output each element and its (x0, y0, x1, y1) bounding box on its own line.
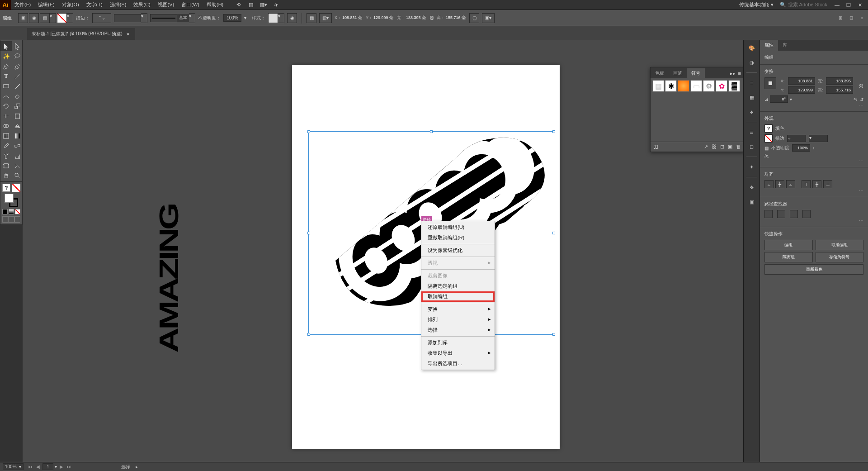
menu-type[interactable]: 文字(T) (83, 0, 106, 10)
reset-icon[interactable]: ⟲ (235, 2, 241, 8)
btn-ungroup[interactable]: 取消编组 (816, 240, 864, 250)
next-artboard-icon[interactable]: ▶ (58, 464, 65, 470)
document-tab[interactable]: 未标题-1 [已恢复]* @ 100% (RGB/GPU 预览) ✕ (27, 28, 135, 40)
stroke-swatch[interactable] (57, 13, 67, 23)
pf-exclude[interactable] (802, 210, 811, 218)
eraser-tool[interactable] (12, 91, 23, 101)
more-align[interactable]: ⋯ (859, 188, 863, 193)
curvature-tool[interactable] (12, 61, 23, 71)
scale-tool[interactable] (12, 101, 23, 111)
pf-minus[interactable] (777, 210, 785, 218)
swap-fs-icon[interactable] (12, 184, 20, 192)
stroke-panel-icon[interactable]: ≡ (747, 78, 756, 87)
arrange-icon[interactable]: ▦▾ (260, 2, 267, 8)
free-transform-tool[interactable] (12, 111, 23, 121)
stroke-profile-dropdown[interactable]: ▾ (141, 13, 147, 23)
fx-label[interactable]: fx. (764, 153, 769, 158)
gradient-panel-icon[interactable]: ▦ (747, 93, 756, 102)
zoom-tool[interactable] (12, 171, 23, 181)
draw-normal[interactable] (2, 216, 8, 223)
menu-object[interactable]: 对象(O) (58, 0, 83, 10)
graph-tool[interactable] (12, 151, 23, 161)
symbols-panel[interactable]: 色板 画笔 符号 ▸▸ ≡ ▦ ✱ ▭ ⚙ ✿ ▓ 🕮. ↗ (650, 67, 743, 152)
color-panel-icon[interactable]: 🎨 (747, 43, 756, 52)
magic-wand-tool[interactable]: ✨ (0, 51, 12, 61)
menu-file[interactable]: 文件(F) (11, 0, 34, 10)
prop-w[interactable]: 188.395 (826, 77, 853, 85)
stroke-profile[interactable] (114, 14, 141, 22)
asset-export-icon[interactable]: ✦ (747, 162, 756, 171)
edit-contents-icon[interactable]: ◉ (29, 13, 39, 23)
shape-icon[interactable]: ▢ (469, 13, 479, 23)
prop-angle[interactable]: 0° (770, 95, 788, 103)
h-value[interactable]: 155.716 毫 (446, 15, 467, 21)
ctx-arrange[interactable]: 排列▸ (421, 314, 495, 325)
ctx-isolate-group[interactable]: 隔离选定的组 (421, 281, 495, 291)
symbol-thumb[interactable]: ✿ (716, 80, 727, 92)
shape-builder-tool[interactable] (0, 121, 12, 131)
panel-menu-icon[interactable]: ≡ (738, 71, 741, 76)
link-wh-icon[interactable]: ⛓ (429, 15, 434, 20)
shaper-tool[interactable] (0, 91, 12, 101)
stroke-weight-dd[interactable]: ⌄ (787, 135, 806, 142)
menu-help[interactable]: 帮助(H) (203, 0, 227, 10)
x-value[interactable]: 108.831 毫 (342, 15, 363, 21)
align-vcenter[interactable]: ╋ (812, 180, 821, 188)
first-artboard-icon[interactable]: ⏮ (27, 464, 33, 470)
tab-libraries[interactable]: 库 (778, 40, 792, 51)
symbol-sprayer-tool[interactable] (0, 151, 12, 161)
recolor-icon[interactable]: ◉ (287, 13, 297, 23)
align-hcenter[interactable]: ╋ (775, 180, 784, 188)
zoom-field[interactable]: 100%▾ (3, 463, 24, 470)
gpu-icon[interactable]: ✈ (272, 1, 280, 9)
artboard-tool[interactable] (0, 161, 12, 171)
blend-tool[interactable] (12, 141, 23, 151)
ctx-ungroup[interactable]: 取消编组 (421, 291, 495, 302)
last-artboard-icon[interactable]: ⏭ (66, 464, 72, 470)
artboards-panel-icon[interactable]: ▣ (747, 197, 756, 206)
symbol-thumb[interactable]: ▓ (728, 80, 740, 92)
doc-icon[interactable]: ▤ (248, 2, 254, 8)
graphic-styles-icon[interactable]: ◻ (747, 142, 756, 151)
prop-x[interactable]: 108.831 (788, 77, 815, 85)
symbol-thumb[interactable]: ✱ (665, 80, 677, 92)
ctx-add-to-library[interactable]: 添加到库 (421, 338, 495, 348)
perspective-tool[interactable] (12, 121, 23, 131)
ctx-collect-export[interactable]: 收集以导出▸ (421, 348, 495, 358)
symbol-options-icon[interactable]: ⊡ (720, 144, 724, 150)
library-menu-icon[interactable]: 🕮. (653, 144, 660, 150)
reference-point[interactable] (764, 77, 776, 89)
draw-behind[interactable] (8, 216, 14, 223)
type-tool[interactable]: T (0, 71, 12, 81)
stroke-weight-spinner[interactable]: ⌃⌄ (92, 13, 111, 23)
paintbrush-tool[interactable] (12, 81, 23, 91)
brush-def[interactable] (150, 14, 177, 22)
layers-panel-icon[interactable]: ❖ (747, 183, 756, 192)
mesh-tool[interactable] (0, 131, 12, 141)
ctx-transform[interactable]: 变换▸ (421, 304, 495, 314)
flip-h-icon[interactable]: ⇋ (854, 97, 857, 102)
snap-icon[interactable]: ⊟ (848, 15, 854, 21)
collapse-icon[interactable]: ▸▸ (730, 71, 736, 76)
minimize-icon[interactable]: — (835, 2, 840, 8)
default-fs-icon[interactable]: ? (2, 184, 10, 192)
rectangle-tool[interactable] (0, 81, 12, 91)
status-menu-icon[interactable]: ▸ (136, 464, 138, 469)
color-mode-gradient[interactable] (9, 209, 14, 214)
menu-view[interactable]: 视图(V) (154, 0, 178, 10)
menu-edit[interactable]: 编辑(E) (34, 0, 58, 10)
ctx-select[interactable]: 选择▸ (421, 325, 495, 335)
symbol-thumb[interactable] (678, 80, 689, 92)
color-guide-icon[interactable]: ◑ (747, 58, 756, 67)
y-value[interactable]: 129.999 毫 (373, 15, 394, 21)
isolate-icon[interactable]: ▣▾ (482, 13, 495, 23)
selection-tool[interactable] (0, 41, 12, 51)
more-transform[interactable]: ⋯ (859, 103, 863, 108)
align-bottom[interactable]: ⊥ (823, 180, 832, 188)
fill-swatch-large[interactable] (5, 194, 14, 203)
fill-swatch[interactable]: ▧ (40, 13, 50, 23)
direct-selection-tool[interactable] (12, 41, 23, 51)
hand-tool[interactable] (0, 171, 12, 181)
line-tool[interactable] (12, 71, 23, 81)
prop-h[interactable]: 155.716 (826, 86, 853, 94)
